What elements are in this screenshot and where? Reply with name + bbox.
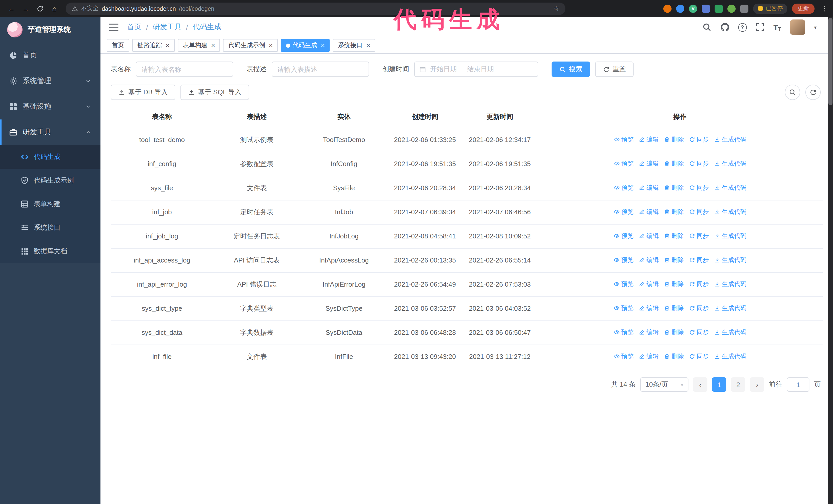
action-delete[interactable]: 删除 (664, 183, 684, 193)
github-icon[interactable] (720, 23, 729, 32)
tab-trace[interactable]: 链路追踪 × (132, 39, 174, 52)
action-edit[interactable]: 编辑 (639, 351, 659, 361)
action-preview[interactable]: 预览 (614, 327, 634, 337)
action-edit[interactable]: 编辑 (639, 255, 659, 265)
refresh-table-button[interactable] (805, 85, 821, 100)
browser-menu-icon[interactable]: ⋮ (821, 5, 828, 12)
sidebar-item-codegen-demo[interactable]: 代码生成示例 (0, 169, 100, 192)
prev-page-button[interactable]: ‹ (693, 377, 708, 392)
fullscreen-icon[interactable] (755, 23, 765, 32)
security-label[interactable]: 不安全 (81, 5, 99, 12)
action-delete[interactable]: 删除 (664, 159, 684, 169)
action-sync[interactable]: 同步 (689, 183, 709, 193)
close-icon[interactable]: × (269, 42, 272, 49)
action-preview[interactable]: 预览 (614, 351, 634, 361)
action-preview[interactable]: 预览 (614, 255, 634, 265)
breadcrumb-item[interactable]: 代码生成 (193, 23, 221, 32)
action-generate[interactable]: 生成代码 (714, 231, 746, 241)
breadcrumb-item[interactable]: 首页 (127, 23, 142, 32)
toggle-search-button[interactable] (785, 85, 800, 100)
action-generate[interactable]: 生成代码 (714, 279, 746, 289)
action-preview[interactable]: 预览 (614, 303, 634, 313)
hamburger-icon[interactable] (109, 23, 119, 31)
tab-codegen[interactable]: 代码生成 × (281, 39, 330, 52)
help-icon[interactable]: ? (738, 23, 747, 31)
sidebar-item-infra[interactable]: 基础设施 (0, 94, 100, 119)
extension-icon[interactable] (676, 4, 684, 13)
action-edit[interactable]: 编辑 (639, 159, 659, 169)
table-desc-input[interactable] (272, 62, 369, 77)
action-delete[interactable]: 删除 (664, 134, 684, 145)
action-generate[interactable]: 生成代码 (714, 255, 746, 265)
action-preview[interactable]: 预览 (614, 134, 634, 145)
tab-api[interactable]: 系统接口 × (333, 39, 375, 52)
scrollbar[interactable] (828, 17, 833, 504)
action-edit[interactable]: 编辑 (639, 183, 659, 193)
search-button[interactable]: 搜索 (552, 62, 590, 77)
app-logo[interactable]: 芋道管理系统 (0, 17, 100, 43)
sidebar-item-system[interactable]: 系统管理 (0, 68, 100, 94)
action-generate[interactable]: 生成代码 (714, 351, 746, 361)
browser-refresh-button[interactable] (34, 2, 46, 15)
font-size-icon[interactable]: TT (773, 23, 781, 31)
action-edit[interactable]: 编辑 (639, 279, 659, 289)
browser-forward-button[interactable]: → (20, 2, 32, 15)
action-generate[interactable]: 生成代码 (714, 134, 746, 145)
sidebar-item-db-doc[interactable]: 数据库文档 (0, 239, 100, 263)
tab-codegen-demo[interactable]: 代码生成示例 × (223, 39, 278, 52)
browser-home-button[interactable]: ⌂ (48, 2, 61, 15)
action-edit[interactable]: 编辑 (639, 207, 659, 217)
sidebar-item-form-builder[interactable]: 表单构建 (0, 192, 100, 216)
action-preview[interactable]: 预览 (614, 279, 634, 289)
action-edit[interactable]: 编辑 (639, 303, 659, 313)
breadcrumb-item[interactable]: 研发工具 (153, 23, 182, 32)
action-generate[interactable]: 生成代码 (714, 327, 746, 337)
bookmark-star-icon[interactable]: ☆ (553, 5, 559, 12)
import-db-button[interactable]: 基于 DB 导入 (111, 85, 175, 100)
action-sync[interactable]: 同步 (689, 231, 709, 241)
extension-icon[interactable] (663, 4, 671, 13)
action-generate[interactable]: 生成代码 (714, 183, 746, 193)
action-delete[interactable]: 删除 (664, 327, 684, 337)
extension-icon[interactable] (715, 4, 723, 13)
close-icon[interactable]: × (366, 42, 370, 49)
avatar[interactable] (790, 20, 805, 35)
action-sync[interactable]: 同步 (689, 351, 709, 361)
reset-button[interactable]: 重置 (595, 62, 634, 77)
sidebar-item-api[interactable]: 系统接口 (0, 216, 100, 239)
action-delete[interactable]: 删除 (664, 255, 684, 265)
table-name-input[interactable] (136, 62, 233, 77)
close-icon[interactable]: × (211, 42, 215, 49)
browser-back-button[interactable]: ← (5, 2, 18, 15)
action-delete[interactable]: 删除 (664, 207, 684, 217)
action-delete[interactable]: 删除 (664, 303, 684, 313)
action-sync[interactable]: 同步 (689, 255, 709, 265)
next-page-button[interactable]: › (750, 377, 764, 392)
close-icon[interactable]: × (321, 42, 325, 49)
action-preview[interactable]: 预览 (614, 159, 634, 169)
action-sync[interactable]: 同步 (689, 279, 709, 289)
action-sync[interactable]: 同步 (689, 159, 709, 169)
search-icon[interactable] (702, 23, 711, 32)
sidebar-item-codegen[interactable]: 代码生成 (0, 145, 100, 169)
browser-update-button[interactable]: 更新 (792, 3, 814, 14)
action-delete[interactable]: 删除 (664, 351, 684, 361)
action-delete[interactable]: 删除 (664, 279, 684, 289)
action-edit[interactable]: 编辑 (639, 231, 659, 241)
action-generate[interactable]: 生成代码 (714, 207, 746, 217)
action-edit[interactable]: 编辑 (639, 134, 659, 145)
sidebar-item-devtools[interactable]: 研发工具 (0, 119, 100, 145)
tab-home[interactable]: 首页 (106, 39, 129, 52)
tab-form-builder[interactable]: 表单构建 × (177, 39, 220, 52)
action-delete[interactable]: 删除 (664, 231, 684, 241)
goto-page-input[interactable] (787, 377, 809, 392)
extension-icon[interactable] (702, 4, 710, 13)
action-edit[interactable]: 编辑 (639, 327, 659, 337)
action-generate[interactable]: 生成代码 (714, 159, 746, 169)
action-sync[interactable]: 同步 (689, 207, 709, 217)
date-range-picker[interactable]: 开始日期 - 结束日期 (414, 62, 538, 77)
action-sync[interactable]: 同步 (689, 303, 709, 313)
sidebar-item-home[interactable]: 首页 (0, 43, 100, 68)
scrollbar-thumb[interactable] (828, 18, 832, 105)
page-size-select[interactable]: 10条/页 ▾ (640, 377, 688, 392)
